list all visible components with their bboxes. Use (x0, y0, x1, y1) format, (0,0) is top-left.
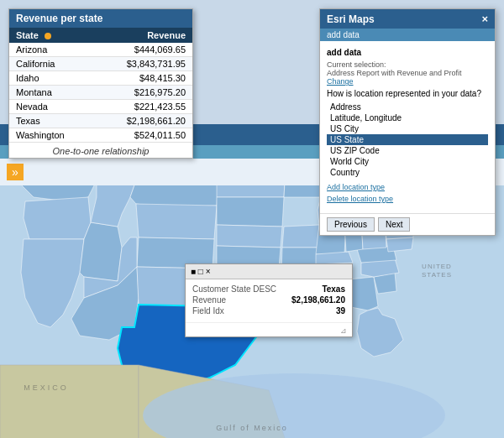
arrow-button[interactable]: » (7, 164, 24, 180)
revenue-cell: $2,198,661.20 (93, 114, 192, 128)
state-cell: Texas (9, 114, 93, 128)
table-row: California$3,843,731.95 (9, 57, 192, 71)
location-option[interactable]: US ZIP Code (327, 145, 488, 156)
svg-marker-14 (217, 225, 282, 248)
popup-label: Revenue (192, 295, 226, 305)
current-selection-label: Current selection: Address Report with R… (327, 60, 488, 86)
esri-dialog-title: Esri Maps (327, 13, 375, 25)
popup-row: Revenue$2,198,661.20 (192, 295, 345, 305)
esri-dialog-subheader: add data (320, 29, 495, 41)
table-row: Idaho$48,415.30 (9, 71, 192, 86)
close-button[interactable]: × (481, 13, 488, 25)
svg-marker-7 (136, 204, 217, 239)
next-button[interactable]: Next (378, 217, 411, 232)
revenue-cell: $48,415.30 (93, 71, 192, 86)
relationship-label: One-to-one relationship (9, 143, 192, 158)
add-location-type-link[interactable]: Add location type (327, 183, 488, 191)
table-row: Montana$216,975.20 (9, 86, 192, 100)
location-option[interactable]: Latitude, Longitude (327, 112, 488, 123)
svg-text:Gulf of Mexico: Gulf of Mexico (216, 424, 288, 432)
popup-value: $2,198,661.20 (291, 295, 345, 305)
esri-dialog-body: add data Current selection: Address Repo… (320, 41, 495, 213)
svg-marker-41 (386, 237, 413, 252)
revenue-table-title: Revenue per state (9, 9, 192, 28)
revenue-cell: $524,011.50 (93, 128, 192, 143)
state-cell: Nevada (9, 100, 93, 114)
state-cell: Idaho (9, 71, 93, 86)
revenue-cell: $444,069.65 (93, 43, 192, 57)
svg-marker-13 (217, 197, 284, 227)
delete-location-type-link[interactable]: Delete location type (327, 195, 488, 203)
add-data-section-title: add data (327, 48, 488, 57)
previous-button[interactable]: Previous (327, 217, 375, 232)
map-popup-footer: ⊿ (186, 322, 352, 336)
esri-dialog-footer: Previous Next (320, 213, 495, 235)
map-popup-body: Customer State DESCTexasRevenue$2,198,66… (186, 279, 352, 322)
svg-marker-2 (24, 197, 91, 239)
table-row: Nevada$221,423.55 (9, 100, 192, 114)
popup-controls[interactable]: ■ □ × (191, 267, 210, 276)
location-option[interactable]: Address (327, 102, 488, 112)
location-question: How is location represented in your data… (327, 89, 488, 98)
table-row: Arizona$444,069.65 (9, 43, 192, 57)
resize-icon: ⊿ (340, 326, 347, 335)
svg-marker-42 (0, 365, 139, 438)
change-link[interactable]: Change (327, 77, 354, 86)
table-row: Texas$2,198,661.20 (9, 114, 192, 128)
esri-dialog: Esri Maps × add data add data Current se… (319, 8, 496, 236)
state-cell: Arizona (9, 43, 93, 57)
location-option[interactable]: World City (327, 156, 488, 167)
map-popup: ■ □ × Customer State DESCTexasRevenue$2,… (185, 263, 353, 337)
revenue-cell: $216,975.20 (93, 86, 192, 100)
revenue-cell: $3,843,731.95 (93, 57, 192, 71)
state-cell: Montana (9, 86, 93, 100)
svg-text:STATES: STATES (422, 271, 452, 279)
location-options: AddressLatitude, LongitudeUS CityUS Stat… (327, 102, 488, 178)
popup-value: 39 (336, 306, 345, 315)
state-cell: Washington (9, 128, 93, 143)
table-row: Washington$524,011.50 (9, 128, 192, 143)
popup-label: Customer State DESC (192, 284, 276, 294)
state-cell: California (9, 57, 93, 71)
orange-dot (45, 33, 51, 39)
svg-text:UNITED: UNITED (422, 263, 452, 270)
svg-text:MEXICO: MEXICO (24, 383, 69, 392)
svg-marker-33 (316, 252, 353, 264)
popup-row: Customer State DESCTexas (192, 284, 345, 294)
location-option[interactable]: US City (327, 123, 488, 134)
revenue-table-container: Revenue per state State Revenue Arizona$… (8, 8, 193, 159)
revenue-cell: $221,423.55 (93, 100, 192, 114)
map-popup-header: ■ □ × (186, 264, 352, 279)
svg-marker-19 (282, 225, 319, 248)
col-header-revenue: Revenue (93, 28, 192, 43)
location-option[interactable]: Country (327, 167, 488, 178)
location-option[interactable]: US State (327, 134, 488, 145)
popup-label: Field Idx (192, 306, 224, 315)
col-header-state: State (9, 28, 93, 43)
esri-dialog-header: Esri Maps × (320, 9, 495, 29)
popup-value: Texas (322, 284, 345, 294)
popup-row: Field Idx39 (192, 306, 345, 315)
revenue-table: State Revenue Arizona$444,069.65Californ… (9, 28, 192, 143)
